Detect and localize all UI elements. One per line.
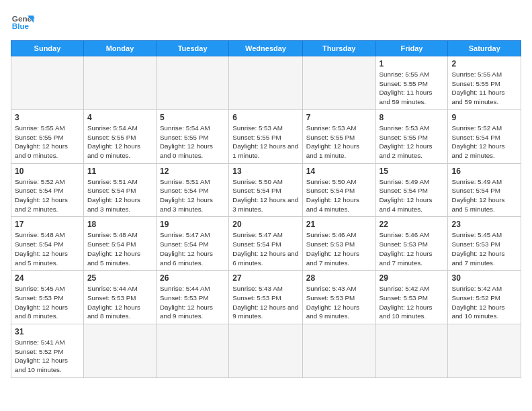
day-number: 23 — [451, 220, 517, 229]
day-number: 15 — [380, 167, 445, 176]
calendar-cell: 30Sunrise: 5:42 AM Sunset: 5:52 PM Dayli… — [448, 271, 521, 324]
calendar-cell: 26Sunrise: 5:44 AM Sunset: 5:53 PM Dayli… — [157, 271, 229, 324]
day-number: 22 — [380, 220, 445, 229]
week-row-6: 31Sunrise: 5:41 AM Sunset: 5:52 PM Dayli… — [11, 324, 521, 378]
day-number: 30 — [451, 273, 517, 283]
day-info: Sunrise: 5:53 AM Sunset: 5:55 PM Dayligh… — [380, 124, 445, 161]
calendar-cell: 6Sunrise: 5:53 AM Sunset: 5:55 PM Daylig… — [229, 109, 303, 163]
week-row-3: 10Sunrise: 5:52 AM Sunset: 5:54 PM Dayli… — [11, 163, 521, 217]
day-number: 12 — [160, 167, 225, 176]
day-number: 6 — [232, 113, 299, 122]
days-header-row: SundayMondayTuesdayWednesdayThursdayFrid… — [11, 41, 521, 56]
calendar-cell: 19Sunrise: 5:47 AM Sunset: 5:54 PM Dayli… — [157, 217, 229, 271]
day-info: Sunrise: 5:55 AM Sunset: 5:55 PM Dayligh… — [451, 70, 517, 107]
day-number: 1 — [380, 59, 445, 68]
day-info: Sunrise: 5:51 AM Sunset: 5:54 PM Dayligh… — [87, 177, 152, 214]
day-number: 25 — [87, 273, 152, 283]
calendar-cell — [448, 324, 521, 378]
day-info: Sunrise: 5:42 AM Sunset: 5:53 PM Dayligh… — [380, 284, 445, 321]
day-number: 17 — [15, 220, 80, 229]
day-number: 8 — [380, 113, 445, 122]
calendar-cell: 5Sunrise: 5:54 AM Sunset: 5:55 PM Daylig… — [157, 109, 229, 163]
day-number: 18 — [87, 220, 152, 229]
day-info: Sunrise: 5:55 AM Sunset: 5:55 PM Dayligh… — [15, 124, 80, 161]
calendar-cell: 4Sunrise: 5:54 AM Sunset: 5:55 PM Daylig… — [83, 109, 156, 163]
calendar-cell: 1Sunrise: 5:55 AM Sunset: 5:55 PM Daylig… — [375, 56, 448, 110]
day-number: 16 — [451, 167, 517, 176]
day-info: Sunrise: 5:50 AM Sunset: 5:54 PM Dayligh… — [306, 177, 372, 214]
day-info: Sunrise: 5:54 AM Sunset: 5:55 PM Dayligh… — [160, 124, 225, 161]
day-info: Sunrise: 5:52 AM Sunset: 5:54 PM Dayligh… — [451, 124, 517, 161]
day-info: Sunrise: 5:43 AM Sunset: 5:53 PM Dayligh… — [232, 284, 299, 321]
day-info: Sunrise: 5:47 AM Sunset: 5:54 PM Dayligh… — [232, 230, 299, 267]
day-info: Sunrise: 5:45 AM Sunset: 5:53 PM Dayligh… — [451, 230, 517, 267]
calendar-cell: 3Sunrise: 5:55 AM Sunset: 5:55 PM Daylig… — [11, 109, 84, 163]
calendar-cell: 13Sunrise: 5:50 AM Sunset: 5:54 PM Dayli… — [229, 163, 303, 217]
day-number: 13 — [232, 167, 299, 176]
calendar-cell: 18Sunrise: 5:48 AM Sunset: 5:54 PM Dayli… — [83, 217, 156, 271]
day-info: Sunrise: 5:45 AM Sunset: 5:53 PM Dayligh… — [15, 284, 80, 321]
week-row-5: 24Sunrise: 5:45 AM Sunset: 5:53 PM Dayli… — [11, 271, 521, 324]
day-header-tuesday: Tuesday — [157, 41, 229, 56]
calendar-cell — [375, 324, 448, 378]
calendar-cell: 2Sunrise: 5:55 AM Sunset: 5:55 PM Daylig… — [448, 56, 521, 110]
calendar-cell: 7Sunrise: 5:53 AM Sunset: 5:55 PM Daylig… — [302, 109, 375, 163]
day-number: 4 — [87, 113, 152, 122]
day-header-friday: Friday — [375, 41, 448, 56]
day-number: 20 — [232, 220, 299, 229]
calendar-cell: 24Sunrise: 5:45 AM Sunset: 5:53 PM Dayli… — [11, 271, 84, 324]
logo-icon: General Blue — [11, 11, 35, 35]
day-number: 28 — [306, 273, 372, 283]
week-row-1: 1Sunrise: 5:55 AM Sunset: 5:55 PM Daylig… — [11, 56, 521, 110]
day-info: Sunrise: 5:41 AM Sunset: 5:52 PM Dayligh… — [15, 338, 80, 375]
day-number: 31 — [15, 327, 80, 336]
day-number: 11 — [87, 167, 152, 176]
day-number: 5 — [160, 113, 225, 122]
day-header-thursday: Thursday — [302, 41, 375, 56]
calendar-cell — [229, 56, 303, 110]
day-info: Sunrise: 5:48 AM Sunset: 5:54 PM Dayligh… — [87, 230, 152, 267]
calendar-cell: 23Sunrise: 5:45 AM Sunset: 5:53 PM Dayli… — [448, 217, 521, 271]
day-info: Sunrise: 5:55 AM Sunset: 5:55 PM Dayligh… — [380, 70, 445, 107]
calendar-cell — [11, 56, 84, 110]
week-row-4: 17Sunrise: 5:48 AM Sunset: 5:54 PM Dayli… — [11, 217, 521, 271]
calendar-cell: 29Sunrise: 5:42 AM Sunset: 5:53 PM Dayli… — [375, 271, 448, 324]
day-info: Sunrise: 5:53 AM Sunset: 5:55 PM Dayligh… — [306, 124, 372, 161]
calendar-cell — [229, 324, 303, 378]
day-header-sunday: Sunday — [11, 41, 84, 56]
calendar-cell — [157, 324, 229, 378]
day-number: 10 — [15, 167, 80, 176]
day-info: Sunrise: 5:46 AM Sunset: 5:53 PM Dayligh… — [380, 230, 445, 267]
logo: General Blue — [11, 11, 35, 35]
calendar-cell: 11Sunrise: 5:51 AM Sunset: 5:54 PM Dayli… — [83, 163, 156, 217]
calendar-cell: 12Sunrise: 5:51 AM Sunset: 5:54 PM Dayli… — [157, 163, 229, 217]
calendar-cell: 10Sunrise: 5:52 AM Sunset: 5:54 PM Dayli… — [11, 163, 84, 217]
day-number: 2 — [451, 59, 517, 68]
page-header: General Blue — [11, 11, 521, 35]
calendar-cell: 27Sunrise: 5:43 AM Sunset: 5:53 PM Dayli… — [229, 271, 303, 324]
calendar-cell: 22Sunrise: 5:46 AM Sunset: 5:53 PM Dayli… — [375, 217, 448, 271]
day-number: 9 — [451, 113, 517, 122]
day-header-wednesday: Wednesday — [229, 41, 303, 56]
day-header-saturday: Saturday — [448, 41, 521, 56]
calendar-cell: 17Sunrise: 5:48 AM Sunset: 5:54 PM Dayli… — [11, 217, 84, 271]
day-info: Sunrise: 5:49 AM Sunset: 5:54 PM Dayligh… — [451, 177, 517, 214]
day-info: Sunrise: 5:51 AM Sunset: 5:54 PM Dayligh… — [160, 177, 225, 214]
calendar-cell: 20Sunrise: 5:47 AM Sunset: 5:54 PM Dayli… — [229, 217, 303, 271]
day-number: 19 — [160, 220, 225, 229]
day-info: Sunrise: 5:50 AM Sunset: 5:54 PM Dayligh… — [232, 177, 299, 214]
day-info: Sunrise: 5:44 AM Sunset: 5:53 PM Dayligh… — [87, 284, 152, 321]
day-info: Sunrise: 5:54 AM Sunset: 5:55 PM Dayligh… — [87, 124, 152, 161]
day-info: Sunrise: 5:47 AM Sunset: 5:54 PM Dayligh… — [160, 230, 225, 267]
day-header-monday: Monday — [83, 41, 156, 56]
day-info: Sunrise: 5:53 AM Sunset: 5:55 PM Dayligh… — [232, 124, 299, 161]
day-number: 29 — [380, 273, 445, 283]
day-number: 24 — [15, 273, 80, 283]
calendar-cell: 15Sunrise: 5:49 AM Sunset: 5:54 PM Dayli… — [375, 163, 448, 217]
day-number: 3 — [15, 113, 80, 122]
day-number: 26 — [160, 273, 225, 283]
calendar-cell: 28Sunrise: 5:43 AM Sunset: 5:53 PM Dayli… — [302, 271, 375, 324]
day-info: Sunrise: 5:44 AM Sunset: 5:53 PM Dayligh… — [160, 284, 225, 321]
calendar-cell — [83, 56, 156, 110]
calendar-cell: 21Sunrise: 5:46 AM Sunset: 5:53 PM Dayli… — [302, 217, 375, 271]
